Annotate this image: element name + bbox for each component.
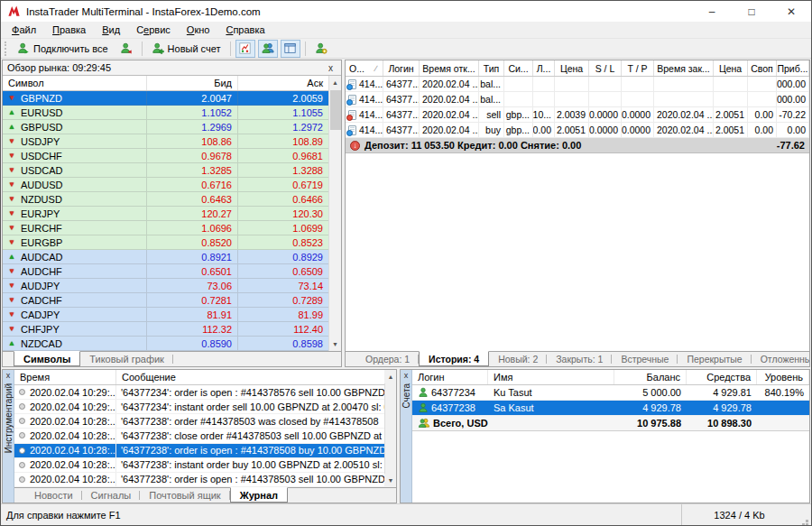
column-tp[interactable]: T / P <box>622 60 654 76</box>
column-level[interactable]: Уровень <box>757 370 809 384</box>
column-type[interactable]: Тип <box>479 60 504 76</box>
column-swap[interactable]: Своп <box>748 60 777 76</box>
account-row[interactable]: 64377234 Ku Tasut 5 000.00 4 929.81 840.… <box>412 385 809 401</box>
symbol-row[interactable]: NZDCAD0.85900.8598 <box>3 337 328 351</box>
new-account-button[interactable]: Новый счет <box>146 40 226 57</box>
symbol-row[interactable]: EURGBP0.85200.8523 <box>3 235 328 250</box>
close-button[interactable]: ✕ <box>771 1 811 22</box>
scroll-down-icon[interactable]: ▼ <box>384 474 397 487</box>
symbol-row[interactable]: USDCAD1.32851.3288 <box>3 163 328 178</box>
symbol-row[interactable]: AUDJPY73.0673.14 <box>3 279 328 293</box>
symbol-row[interactable]: NZDUSD0.64630.6466 <box>3 192 328 207</box>
accounts-toggle-button[interactable] <box>258 40 278 58</box>
symbol-row[interactable]: EURCHF1.06961.0699 <box>3 221 328 235</box>
journal-row[interactable]: 2020.02.04 10:29:...'64377234': instant … <box>14 400 384 414</box>
symbol-row[interactable]: EURUSD1.10521.1055 <box>3 106 328 120</box>
column-symbol[interactable]: Символ <box>3 76 146 90</box>
column-price[interactable]: Цена <box>555 60 589 76</box>
column-lots[interactable]: Л... <box>533 60 555 76</box>
symbol-row[interactable]: GBPNZD2.00472.0059 <box>3 91 328 106</box>
tab-overlapped[interactable]: Перекрытые <box>678 352 751 366</box>
symbol-row[interactable]: CADCHF0.72810.7289 <box>3 293 328 308</box>
column-message[interactable]: Сообщение <box>115 370 384 384</box>
scroll-up-icon[interactable]: ▲ <box>384 370 397 383</box>
symbol-row[interactable]: GBPUSD1.29691.2972 <box>3 120 328 134</box>
symbol-row[interactable]: CADJPY81.9181.99 <box>3 308 328 322</box>
menu-service[interactable]: Сервис <box>128 23 179 37</box>
column-equity[interactable]: Средства <box>687 370 757 384</box>
column-bid[interactable]: Бид <box>146 76 237 90</box>
column-ask[interactable]: Аск <box>237 76 328 90</box>
market-watch-toggle-button[interactable] <box>235 40 255 58</box>
journal-row[interactable]: 2020.02.04 10:28:...'64377238': instant … <box>14 458 384 473</box>
symbol-row[interactable]: USDJPY108.86108.89 <box>3 134 328 149</box>
column-time[interactable]: Время <box>14 370 115 384</box>
symbol-row[interactable]: USDCHF0.96780.9681 <box>3 149 328 163</box>
menu-view[interactable]: Вид <box>94 23 128 37</box>
column-login[interactable]: Логин <box>383 60 420 76</box>
order-row[interactable]: 414... 64377...2020.02.04 ... bal... 5 0… <box>346 77 809 92</box>
column-symbol[interactable]: Си... <box>504 60 533 76</box>
resize-grip[interactable] <box>797 504 811 525</box>
maximize-button[interactable]: □ <box>732 1 771 22</box>
order-row[interactable]: 414... 64377...2020.02.04 ... sellgbp...… <box>346 107 809 123</box>
column-close-price[interactable]: Цена <box>714 60 748 76</box>
column-close-time[interactable]: Время зак... <box>654 60 714 76</box>
tab-journal[interactable]: Журнал <box>230 487 288 503</box>
direction-icon <box>7 181 16 189</box>
tab-history[interactable]: История: 4 <box>419 351 489 366</box>
menu-window[interactable]: Окно <box>179 23 218 37</box>
toolbar-grip[interactable] <box>5 42 9 56</box>
tab-symbols[interactable]: Символы <box>14 351 80 366</box>
tab-close[interactable]: Закрыть: 1 <box>547 352 612 366</box>
journal-row[interactable]: 2020.02.04 10:28:...'64377238': close or… <box>14 429 384 443</box>
tab-mailbox[interactable]: Почтовый ящик <box>140 488 229 503</box>
journal-row[interactable]: 2020.02.04 10:28:...'64377238': order is… <box>14 444 384 458</box>
symbol-row[interactable]: AUDUSD0.67160.6719 <box>3 178 328 192</box>
account-row[interactable]: 64377238 Sa Kasut 4 929.78 4 929.78 <box>412 401 809 416</box>
tab-orders[interactable]: Ордера: 1 <box>356 352 419 366</box>
symbol-row[interactable]: AUDCAD0.89210.8929 <box>3 250 328 264</box>
scroll-down-icon[interactable]: ▼ <box>329 337 342 351</box>
column-login[interactable]: Логин <box>412 370 488 384</box>
tab-news[interactable]: Новости <box>25 488 82 503</box>
scroll-up-icon[interactable]: ▲ <box>329 76 342 89</box>
scroll-thumb[interactable] <box>330 90 341 130</box>
column-profit[interactable]: Приб... <box>777 60 809 76</box>
log-dot-icon <box>19 448 25 454</box>
account-settings-button[interactable] <box>309 40 333 57</box>
journal-row[interactable]: 2020.02.04 10:28:...'64377238': order is… <box>14 473 384 487</box>
direction-icon <box>7 109 16 116</box>
tab-signals[interactable]: Сигналы <box>82 488 141 503</box>
market-watch-close-icon[interactable]: x <box>325 63 337 73</box>
journal-row[interactable]: 2020.02.04 10:29:...'64377234': order is… <box>14 385 384 400</box>
menu-help[interactable]: Справка <box>217 23 272 37</box>
column-open-time[interactable]: Время отк... <box>420 60 479 76</box>
disconnect-all-button[interactable] <box>115 40 138 57</box>
symbol-row[interactable]: AUDCHF0.65010.6509 <box>3 264 328 279</box>
menu-file[interactable]: Файл <box>4 23 44 37</box>
order-row[interactable]: 414... 64377...2020.02.04 ... buygbp... … <box>346 123 809 138</box>
symbol-row[interactable]: EURJPY120.27120.30 <box>3 207 328 221</box>
order-row[interactable]: 414... 64377...2020.02.04 ... bal... 5 0… <box>346 92 809 107</box>
ask-value: 108.89 <box>237 134 328 148</box>
column-sl[interactable]: S / L <box>589 60 622 76</box>
tab-new[interactable]: Новый: 2 <box>489 352 547 366</box>
column-name[interactable]: Имя <box>488 370 614 384</box>
tab-counter[interactable]: Встречные <box>612 352 678 366</box>
terminal-close-icon[interactable]: x <box>3 370 14 381</box>
journal-scrollbar[interactable]: ▲ ▼ <box>384 370 396 487</box>
market-watch-scrollbar[interactable]: ▲ ▼ <box>328 76 341 351</box>
minimize-button[interactable]: – <box>692 1 732 22</box>
tab-tick-chart[interactable]: Тиковый график <box>80 352 173 366</box>
tab-pending[interactable]: Отложенный: 1 <box>752 352 810 366</box>
person-gear-icon <box>315 42 328 54</box>
connect-all-button[interactable]: Подключить все <box>12 40 114 57</box>
column-balance[interactable]: Баланс <box>614 370 687 384</box>
journal-row[interactable]: 2020.02.04 10:28:...'64377238': order #4… <box>14 414 384 429</box>
symbol-row[interactable]: CHFJPY112.32112.40 <box>3 322 328 337</box>
column-order[interactable]: О...∕ <box>346 60 383 76</box>
layout-toggle-button[interactable] <box>281 40 300 58</box>
accounts-close-icon[interactable]: x <box>401 370 412 381</box>
menu-edit[interactable]: Правка <box>44 23 94 37</box>
